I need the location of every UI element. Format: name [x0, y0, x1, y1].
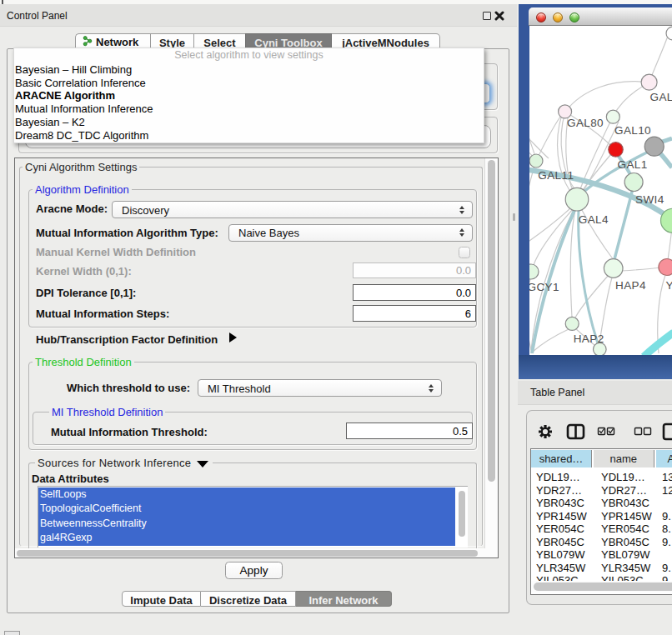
svg-text:HAP2: HAP2	[574, 332, 604, 345]
svg-text:GAL8: GAL8	[650, 91, 672, 103]
svg-text:GAL4: GAL4	[579, 213, 609, 226]
svg-text:GAL11: GAL11	[538, 169, 574, 182]
svg-text:GAL80: GAL80	[567, 117, 604, 129]
svg-text:GAL10: GAL10	[614, 124, 651, 137]
svg-text:GCY1: GCY1	[529, 281, 559, 293]
svg-text:GAL1: GAL1	[618, 158, 648, 171]
svg-text:HAP4: HAP4	[615, 279, 646, 292]
svg-text:Y: Y	[665, 279, 672, 292]
svg-text:SWI4: SWI4	[635, 193, 664, 206]
